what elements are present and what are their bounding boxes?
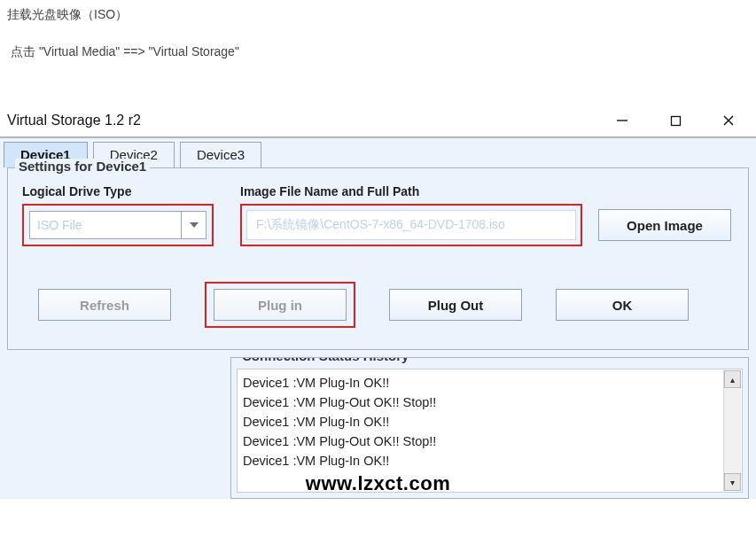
drive-type-label: Logical Drive Type [22,184,214,198]
history-line: Device1 :VM Plug-In OK!! [243,451,721,470]
history-line: Device1 :VM Plug-In OK!! [243,373,721,393]
settings-groupbox: Settings for Device1 Logical Drive Type … [7,167,749,350]
svg-marker-4 [190,222,199,228]
image-path-highlight [240,204,582,246]
doc-instruction: 点击 "Virtual Media" ==> "Virtual Storage" [0,23,756,60]
plug-in-button[interactable]: Plug in [214,289,347,321]
history-line: Device1 :VM Plug-In OK!! [243,412,721,431]
close-button[interactable] [708,107,749,134]
drive-type-dropdown[interactable]: ISO File [29,211,207,239]
refresh-button[interactable]: Refresh [38,289,171,321]
close-icon [722,114,735,127]
tab-device3[interactable]: Device3 [180,142,261,167]
history-list[interactable]: Device1 :VM Plug-In OK!! Device1 :VM Plu… [237,369,743,493]
history-caption: Connection Status History [238,357,412,363]
titlebar: Virtual Storage 1.2 r2 [0,105,756,136]
scroll-up-icon[interactable]: ▴ [724,370,741,388]
window-title: Virtual Storage 1.2 r2 [7,113,141,128]
history-line: Device1 :VM Plug-Out OK!! Stop!! [243,431,721,451]
scroll-down-icon[interactable]: ▾ [724,473,741,491]
chevron-down-icon[interactable] [181,212,206,238]
history-scrollbar[interactable]: ▴ ▾ [723,370,741,491]
history-line: Device1 :VM Plug-Out OK!! Stop!! [243,393,721,412]
svg-rect-1 [671,116,680,125]
doc-heading: 挂载光盘映像（ISO） [0,0,756,23]
ok-button[interactable]: OK [556,289,689,321]
maximize-button[interactable] [655,107,696,134]
virtual-storage-window: Virtual Storage 1.2 r2 Device1 Device2 D… [0,105,756,499]
settings-caption: Settings for Device1 [15,159,150,174]
history-groupbox: Connection Status History Device1 :VM Pl… [230,357,749,499]
client-area: Device1 Device2 Device3 Settings for Dev… [0,138,756,499]
plug-in-highlight: Plug in [205,282,355,328]
drive-type-value: ISO File [37,218,82,232]
maximize-icon [670,115,682,127]
image-path-input[interactable] [247,211,575,239]
minimize-icon [616,114,628,127]
open-image-button[interactable]: Open Image [598,209,731,241]
drive-type-highlight: ISO File [22,204,214,246]
plug-out-button[interactable]: Plug Out [389,289,522,321]
minimize-button[interactable] [602,107,643,134]
image-path-label: Image File Name and Full Path [240,184,731,198]
